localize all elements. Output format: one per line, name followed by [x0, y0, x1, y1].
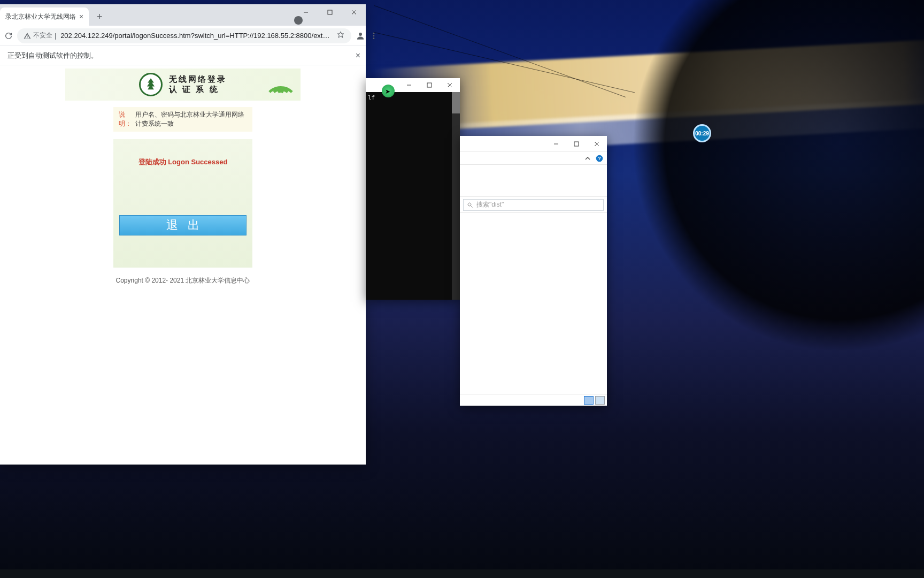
portal-page: 无线网络登录 认 证 系 统 说明： 用户名、密码与北京林业大学通用网络计费系统… [0, 65, 366, 285]
infobar-text: 正受到自动测试软件的控制。 [7, 51, 98, 60]
tab-title: 录北京林业大学无线网络 [5, 12, 76, 21]
console-text: lf [368, 94, 375, 101]
portal-title: 无线网络登录 认 证 系 统 [169, 74, 227, 95]
wifi-icon [266, 72, 295, 95]
maximize-button[interactable] [419, 78, 440, 92]
icons-view-button[interactable] [595, 396, 605, 405]
svg-rect-9 [427, 83, 432, 87]
portal-title-line2: 认 证 系 统 [169, 85, 219, 95]
portal-note: 说明： 用户名、密码与北京林业大学通用网络计费系统一致 [113, 107, 252, 132]
portal-body: 登陆成功 Logon Successed 退出 [113, 139, 252, 268]
profile-icon [356, 31, 365, 41]
details-view-button[interactable] [584, 396, 594, 405]
profile-button[interactable] [356, 30, 365, 42]
url-text: 202.204.122.249/portal/logonSuccess.htm?… [60, 32, 332, 40]
svg-rect-13 [574, 142, 579, 146]
windows-taskbar[interactable] [0, 569, 924, 578]
console-window-controls [399, 78, 460, 92]
minimize-icon [406, 82, 412, 88]
minimize-icon [303, 10, 309, 15]
help-icon: ? [596, 155, 603, 162]
svg-point-6 [373, 35, 375, 36]
maximize-button[interactable] [566, 136, 587, 152]
timer-value: 00:29 [695, 131, 709, 136]
minimize-button[interactable] [294, 4, 318, 20]
chrome-toolbar: 不安全 | 202.204.122.249/portal/logonSucces… [0, 26, 366, 46]
chrome-window-controls [294, 4, 366, 20]
svg-rect-1 [328, 10, 332, 14]
chrome-window: 录北京林业大学无线网络 × + 不安全 | 202.20 [0, 4, 366, 465]
console-output[interactable]: lf [366, 92, 460, 300]
warning-icon [24, 32, 31, 40]
explorer-search-input[interactable]: 搜索"dist" [463, 199, 604, 211]
ribbon-expand-button[interactable] [583, 154, 592, 163]
close-button[interactable] [440, 78, 460, 92]
copyright-text: Copyright © 2012- 2021 北京林业大学信息中心 [65, 276, 301, 285]
logout-button[interactable]: 退出 [119, 215, 247, 235]
explorer-search-row: 搜索"dist" [460, 197, 607, 213]
svg-point-4 [359, 33, 362, 36]
close-icon [447, 82, 452, 88]
bookmark-button[interactable] [336, 31, 345, 41]
tab-close-icon[interactable]: × [79, 12, 83, 21]
address-bar[interactable]: 不安全 | 202.204.122.249/portal/logonSucces… [17, 28, 351, 43]
security-indicator[interactable]: 不安全 | [24, 31, 56, 40]
minimize-button[interactable] [399, 78, 419, 92]
university-logo [139, 73, 163, 96]
security-label: 不安全 [33, 31, 52, 40]
chrome-tabstrip: 录北京林业大学无线网络 × + [0, 4, 366, 26]
search-icon [467, 202, 473, 208]
maximize-button[interactable] [318, 4, 342, 20]
recording-timer-badge: 00:29 [693, 124, 711, 142]
console-titlebar[interactable]: ➤ [366, 78, 460, 92]
console-scrollbar[interactable] [452, 92, 460, 300]
close-button[interactable] [342, 4, 366, 20]
chevron-up-icon [584, 155, 591, 162]
page-viewport[interactable]: 无线网络登录 认 证 系 统 说明： 用户名、密码与北京林业大学通用网络计费系统… [0, 65, 366, 465]
browser-tab[interactable]: 录北京林业大学无线网络 × [0, 7, 89, 26]
login-status-message: 登陆成功 Logon Successed [138, 157, 228, 167]
minimize-icon [553, 141, 559, 147]
maximize-icon [327, 10, 333, 15]
portal-title-line1: 无线网络登录 [169, 74, 227, 85]
separator: | [55, 32, 56, 40]
reload-button[interactable] [4, 30, 13, 42]
background-foliage [615, 0, 924, 369]
explorer-statusbar [460, 394, 607, 406]
close-icon [351, 10, 357, 15]
minimize-button[interactable] [546, 136, 566, 152]
reload-icon [4, 32, 13, 40]
explorer-toolbar-area [460, 165, 607, 197]
console-window: ➤ lf [366, 78, 460, 300]
note-text: 用户名、密码与北京林业大学通用网络计费系统一致 [135, 110, 247, 128]
maximize-icon [574, 141, 579, 147]
close-icon [594, 141, 599, 147]
infobar-close-button[interactable]: × [356, 51, 360, 60]
svg-point-5 [373, 33, 375, 34]
automation-infobar: 正受到自动测试软件的控制。 × [0, 46, 366, 65]
close-button[interactable] [587, 136, 607, 152]
maximize-icon [427, 82, 432, 88]
svg-point-7 [373, 37, 375, 39]
explorer-window: ? 搜索"dist" [460, 136, 607, 406]
explorer-content-area[interactable] [460, 213, 607, 394]
tree-icon [143, 77, 158, 92]
note-label: 说明： [119, 110, 133, 128]
svg-text:?: ? [598, 156, 601, 161]
menu-button[interactable] [369, 30, 378, 42]
star-icon [336, 31, 345, 39]
kebab-icon [369, 32, 378, 40]
new-tab-button[interactable]: + [92, 9, 107, 24]
help-button[interactable]: ? [595, 154, 604, 163]
scrollbar-thumb[interactable] [452, 92, 460, 113]
svg-point-18 [468, 203, 471, 206]
svg-line-19 [471, 206, 473, 207]
explorer-ribbon: ? [460, 152, 607, 165]
explorer-titlebar[interactable] [460, 136, 607, 152]
portal-header: 无线网络登录 认 证 系 统 [65, 69, 301, 101]
search-placeholder: 搜索"dist" [476, 200, 504, 209]
